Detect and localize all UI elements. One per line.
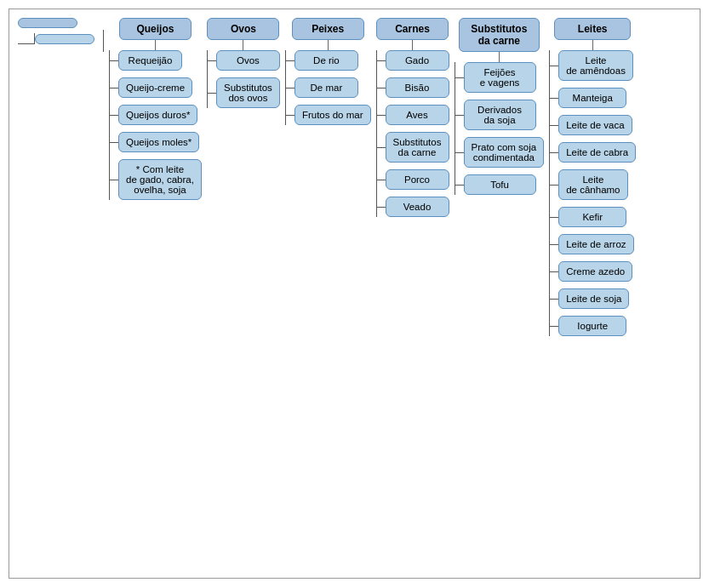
column-peixes: PeixesDe rioDe marFrutos do mar xyxy=(285,18,371,125)
list-item: De rio xyxy=(286,50,371,71)
item-peixes-0: De rio xyxy=(294,50,358,71)
item-leites-3: Leite de cabra xyxy=(558,142,636,163)
list-item: Bisão xyxy=(377,77,449,98)
list-item: Manteiga xyxy=(550,88,636,108)
item-leites-2: Leite de vaca xyxy=(558,115,632,135)
column-leites: LeitesLeite de amêndoasManteigaLeite de … xyxy=(549,18,636,336)
item-carnes-5: Veado xyxy=(386,197,449,217)
item-leites-9: Iogurte xyxy=(558,316,626,336)
list-item: Iogurte xyxy=(550,316,636,336)
item-leites-0: Leite de amêndoas xyxy=(558,50,633,81)
item-substitutos-1: Derivados da soja xyxy=(464,100,536,130)
item-carnes-4: Porco xyxy=(386,169,449,190)
item-ovos-1: Substitutos dos ovos xyxy=(216,77,280,108)
list-item: Queijo-creme xyxy=(110,77,202,98)
list-item: Prato com soja condimentada xyxy=(455,137,545,168)
item-substitutos-0: Feijões e vagens xyxy=(464,62,536,93)
list-item: Derivados da soja xyxy=(455,100,545,130)
list-item: Porco xyxy=(377,169,449,190)
list-item: Kefir xyxy=(550,207,636,227)
item-ovos-0: Ovos xyxy=(216,50,280,71)
main-container: QueijosRequeijãoQueijo-cremeQueijos duro… xyxy=(9,9,700,579)
item-carnes-3: Substitutos da carne xyxy=(386,132,449,163)
header-ovos: Ovos xyxy=(207,18,279,40)
list-item: Creme azedo xyxy=(550,261,636,282)
hierarchy-layout: QueijosRequeijãoQueijo-cremeQueijos duro… xyxy=(18,18,691,336)
list-item: Requeijão xyxy=(110,50,202,71)
list-item: * Com leite de gado, cabra, ovelha, soja xyxy=(110,159,202,200)
list-item: Leite de arroz xyxy=(550,234,636,254)
list-item: Leite de vaca xyxy=(550,115,636,135)
list-item: Substitutos dos ovos xyxy=(208,77,280,108)
item-substitutos-3: Tofu xyxy=(464,174,536,195)
classes-child xyxy=(35,34,94,44)
item-leites-1: Manteiga xyxy=(558,88,626,108)
list-item: Frutos do mar xyxy=(286,105,371,125)
item-queijos-2: Queijos duros* xyxy=(118,105,197,125)
item-carnes-2: Aves xyxy=(386,105,449,125)
item-leites-8: Leite de soja xyxy=(558,288,629,309)
header-substitutos: Substitutos da carne xyxy=(459,18,540,52)
list-item: Queijos moles* xyxy=(110,132,202,152)
item-peixes-2: Frutos do mar xyxy=(294,105,371,125)
list-item: Ovos xyxy=(208,50,280,71)
item-queijos-0: Requeijão xyxy=(118,50,182,71)
list-item: Leite de cânhamo xyxy=(550,169,636,200)
item-queijos-4: * Com leite de gado, cabra, ovelha, soja xyxy=(118,159,202,200)
column-queijos: QueijosRequeijãoQueijo-cremeQueijos duro… xyxy=(109,18,202,200)
item-queijos-3: Queijos moles* xyxy=(118,132,199,152)
list-item: Veado xyxy=(377,197,449,217)
column-substitutos: Substitutos da carneFeijões e vagensDeri… xyxy=(455,18,545,195)
classes-column xyxy=(18,18,94,44)
item-queijos-1: Queijo-creme xyxy=(118,77,192,98)
list-item: Leite de amêndoas xyxy=(550,50,636,81)
header-carnes: Carnes xyxy=(376,18,449,40)
classes-header xyxy=(18,18,77,28)
list-item: Queijos duros* xyxy=(110,105,202,125)
header-peixes: Peixes xyxy=(292,18,364,40)
column-carnes: CarnesGadoBisãoAvesSubstitutos da carneP… xyxy=(376,18,449,217)
column-ovos: OvosOvosSubstitutos dos ovos xyxy=(207,18,280,108)
item-leites-7: Creme azedo xyxy=(558,261,632,282)
item-leites-5: Kefir xyxy=(558,207,626,227)
list-item: Gado xyxy=(377,50,449,71)
header-queijos: Queijos xyxy=(119,18,192,40)
list-item: Leite de cabra xyxy=(550,142,636,163)
item-carnes-1: Bisão xyxy=(386,77,449,98)
list-item: Tofu xyxy=(455,174,545,195)
list-item: Aves xyxy=(377,105,449,125)
item-carnes-0: Gado xyxy=(386,50,449,71)
list-item: Substitutos da carne xyxy=(377,132,449,163)
item-substitutos-2: Prato com soja condimentada xyxy=(464,137,545,168)
list-item: De mar xyxy=(286,77,371,98)
columns-container: QueijosRequeijãoQueijo-cremeQueijos duro… xyxy=(109,18,636,336)
header-leites: Leites xyxy=(554,18,631,40)
item-leites-6: Leite de arroz xyxy=(558,234,633,254)
item-peixes-1: De mar xyxy=(294,77,358,98)
item-leites-4: Leite de cânhamo xyxy=(558,169,627,200)
list-item: Leite de soja xyxy=(550,288,636,309)
list-item: Feijões e vagens xyxy=(455,62,545,93)
